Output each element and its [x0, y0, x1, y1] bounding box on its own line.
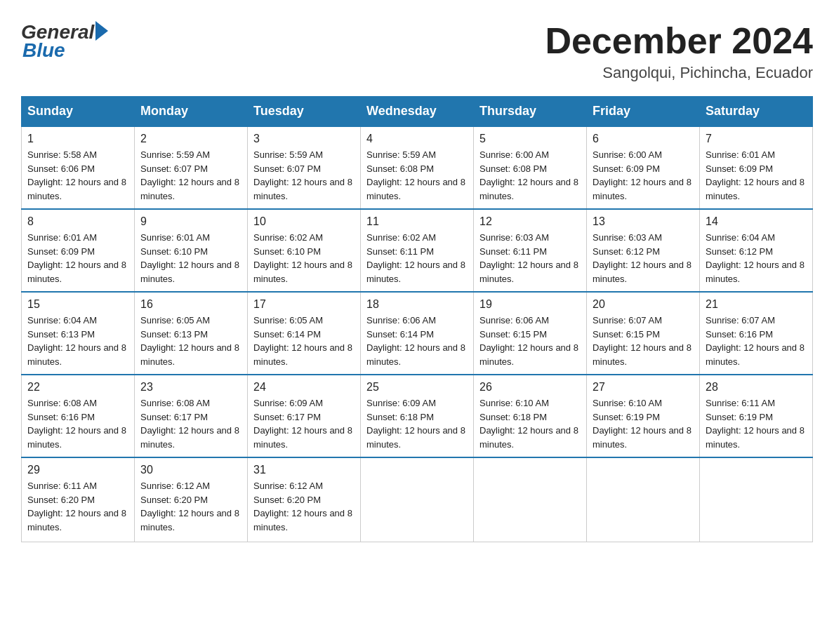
day-info: Sunrise: 5:59 AMSunset: 6:07 PMDaylight:…: [140, 148, 241, 203]
day-info: Sunrise: 6:12 AMSunset: 6:20 PMDaylight:…: [253, 479, 355, 534]
day-info: Sunrise: 6:09 AMSunset: 6:18 PMDaylight:…: [366, 396, 468, 451]
calendar-day: 21Sunrise: 6:07 AMSunset: 6:16 PMDayligh…: [700, 292, 813, 375]
calendar-day: 9Sunrise: 6:01 AMSunset: 6:10 PMDaylight…: [135, 209, 248, 292]
calendar-day: 26Sunrise: 6:10 AMSunset: 6:18 PMDayligh…: [474, 375, 587, 457]
header-wednesday: Wednesday: [361, 97, 474, 127]
day-number: 5: [479, 133, 581, 145]
day-number: 25: [366, 381, 468, 394]
day-number: 6: [593, 133, 694, 145]
header-thursday: Thursday: [474, 97, 587, 127]
logo-blue-text: Blue: [22, 39, 65, 62]
day-number: 30: [140, 464, 241, 476]
day-info: Sunrise: 6:02 AMSunset: 6:10 PMDaylight:…: [253, 231, 355, 286]
calendar-day: 16Sunrise: 6:05 AMSunset: 6:13 PMDayligh…: [135, 292, 248, 375]
logo-arrow-icon: [95, 21, 108, 41]
calendar-day: 10Sunrise: 6:02 AMSunset: 6:10 PMDayligh…: [248, 209, 361, 292]
day-info: Sunrise: 6:06 AMSunset: 6:15 PMDaylight:…: [479, 314, 581, 368]
day-number: 20: [593, 298, 694, 311]
calendar-day: 30Sunrise: 6:12 AMSunset: 6:20 PMDayligh…: [135, 457, 248, 542]
month-title: December 2024: [545, 21, 813, 61]
day-number: 12: [479, 215, 581, 228]
day-info: Sunrise: 6:04 AMSunset: 6:12 PMDaylight:…: [706, 231, 807, 286]
day-info: Sunrise: 6:03 AMSunset: 6:12 PMDaylight:…: [593, 231, 694, 286]
day-info: Sunrise: 6:12 AMSunset: 6:20 PMDaylight:…: [140, 479, 241, 534]
day-info: Sunrise: 6:09 AMSunset: 6:17 PMDaylight:…: [253, 396, 355, 451]
calendar-day: 17Sunrise: 6:05 AMSunset: 6:14 PMDayligh…: [248, 292, 361, 375]
day-number: 19: [479, 298, 581, 311]
header-tuesday: Tuesday: [248, 97, 361, 127]
header-saturday: Saturday: [700, 97, 813, 127]
calendar-day: [361, 457, 474, 542]
day-info: Sunrise: 5:58 AMSunset: 6:06 PMDaylight:…: [27, 148, 128, 203]
day-info: Sunrise: 6:07 AMSunset: 6:15 PMDaylight:…: [593, 314, 694, 368]
day-info: Sunrise: 6:05 AMSunset: 6:13 PMDaylight:…: [140, 314, 241, 368]
calendar-day: 8Sunrise: 6:01 AMSunset: 6:09 PMDaylight…: [22, 209, 135, 292]
calendar-day: 29Sunrise: 6:11 AMSunset: 6:20 PMDayligh…: [22, 457, 135, 542]
calendar-week-4: 22Sunrise: 6:08 AMSunset: 6:16 PMDayligh…: [22, 375, 813, 457]
day-info: Sunrise: 6:01 AMSunset: 6:10 PMDaylight:…: [140, 231, 241, 286]
calendar-day: [700, 457, 813, 542]
day-info: Sunrise: 6:10 AMSunset: 6:18 PMDaylight:…: [479, 396, 581, 451]
calendar-day: 3Sunrise: 5:59 AMSunset: 6:07 PMDaylight…: [248, 126, 361, 209]
calendar-day: 31Sunrise: 6:12 AMSunset: 6:20 PMDayligh…: [248, 457, 361, 542]
day-number: 13: [593, 215, 694, 228]
day-info: Sunrise: 5:59 AMSunset: 6:08 PMDaylight:…: [366, 148, 468, 203]
day-info: Sunrise: 6:00 AMSunset: 6:08 PMDaylight:…: [479, 148, 581, 203]
day-number: 28: [706, 381, 807, 394]
day-number: 15: [27, 298, 128, 311]
calendar-day: 22Sunrise: 6:08 AMSunset: 6:16 PMDayligh…: [22, 375, 135, 457]
calendar-day: 11Sunrise: 6:02 AMSunset: 6:11 PMDayligh…: [361, 209, 474, 292]
calendar-day: 25Sunrise: 6:09 AMSunset: 6:18 PMDayligh…: [361, 375, 474, 457]
title-section: December 2024 Sangolqui, Pichincha, Ecua…: [545, 21, 813, 82]
day-number: 16: [140, 298, 241, 311]
calendar-day: 13Sunrise: 6:03 AMSunset: 6:12 PMDayligh…: [587, 209, 700, 292]
day-number: 22: [27, 381, 128, 394]
day-number: 1: [27, 133, 128, 145]
day-info: Sunrise: 6:10 AMSunset: 6:19 PMDaylight:…: [593, 396, 694, 451]
calendar-day: 24Sunrise: 6:09 AMSunset: 6:17 PMDayligh…: [248, 375, 361, 457]
calendar-table: SundayMondayTuesdayWednesdayThursdayFrid…: [21, 96, 813, 542]
day-number: 2: [140, 133, 241, 145]
calendar-day: 4Sunrise: 5:59 AMSunset: 6:08 PMDaylight…: [361, 126, 474, 209]
calendar-day: 14Sunrise: 6:04 AMSunset: 6:12 PMDayligh…: [700, 209, 813, 292]
calendar-day: 6Sunrise: 6:00 AMSunset: 6:09 PMDaylight…: [587, 126, 700, 209]
calendar-day: 12Sunrise: 6:03 AMSunset: 6:11 PMDayligh…: [474, 209, 587, 292]
calendar-day: 23Sunrise: 6:08 AMSunset: 6:17 PMDayligh…: [135, 375, 248, 457]
day-info: Sunrise: 6:03 AMSunset: 6:11 PMDaylight:…: [479, 231, 581, 286]
day-info: Sunrise: 6:06 AMSunset: 6:14 PMDaylight:…: [366, 314, 468, 368]
calendar-day: 7Sunrise: 6:01 AMSunset: 6:09 PMDaylight…: [700, 126, 813, 209]
day-info: Sunrise: 6:07 AMSunset: 6:16 PMDaylight:…: [706, 314, 807, 368]
day-info: Sunrise: 6:08 AMSunset: 6:16 PMDaylight:…: [27, 396, 128, 451]
day-number: 26: [479, 381, 581, 394]
location: Sangolqui, Pichincha, Ecuador: [545, 64, 813, 82]
day-info: Sunrise: 5:59 AMSunset: 6:07 PMDaylight:…: [253, 148, 355, 203]
day-info: Sunrise: 6:08 AMSunset: 6:17 PMDaylight:…: [140, 396, 241, 451]
day-number: 4: [366, 133, 468, 145]
calendar-header-row: SundayMondayTuesdayWednesdayThursdayFrid…: [22, 97, 813, 127]
day-number: 11: [366, 215, 468, 228]
header-sunday: Sunday: [22, 97, 135, 127]
calendar-week-1: 1Sunrise: 5:58 AMSunset: 6:06 PMDaylight…: [22, 126, 813, 209]
day-number: 17: [253, 298, 355, 311]
day-number: 18: [366, 298, 468, 311]
calendar-day: [474, 457, 587, 542]
day-info: Sunrise: 6:04 AMSunset: 6:13 PMDaylight:…: [27, 314, 128, 368]
calendar-day: 28Sunrise: 6:11 AMSunset: 6:19 PMDayligh…: [700, 375, 813, 457]
day-number: 21: [706, 298, 807, 311]
calendar-week-5: 29Sunrise: 6:11 AMSunset: 6:20 PMDayligh…: [22, 457, 813, 542]
day-info: Sunrise: 6:01 AMSunset: 6:09 PMDaylight:…: [706, 148, 807, 203]
calendar-day: [587, 457, 700, 542]
day-number: 10: [253, 215, 355, 228]
day-number: 9: [140, 215, 241, 228]
day-info: Sunrise: 6:00 AMSunset: 6:09 PMDaylight:…: [593, 148, 694, 203]
day-number: 29: [27, 464, 128, 476]
day-number: 24: [253, 381, 355, 394]
day-number: 8: [27, 215, 128, 228]
calendar-day: 15Sunrise: 6:04 AMSunset: 6:13 PMDayligh…: [22, 292, 135, 375]
day-number: 23: [140, 381, 241, 394]
header-friday: Friday: [587, 97, 700, 127]
calendar-day: 20Sunrise: 6:07 AMSunset: 6:15 PMDayligh…: [587, 292, 700, 375]
calendar-day: 5Sunrise: 6:00 AMSunset: 6:08 PMDaylight…: [474, 126, 587, 209]
calendar-day: 27Sunrise: 6:10 AMSunset: 6:19 PMDayligh…: [587, 375, 700, 457]
day-info: Sunrise: 6:11 AMSunset: 6:20 PMDaylight:…: [27, 479, 128, 534]
